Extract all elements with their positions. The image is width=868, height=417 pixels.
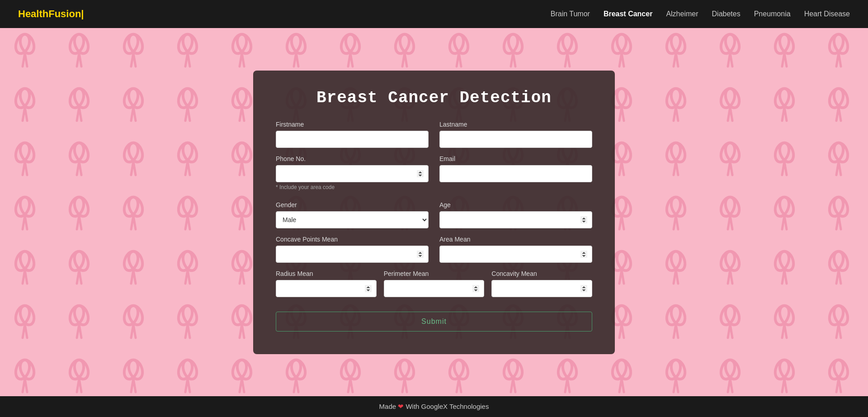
gender-group: Gender Male Female bbox=[276, 201, 429, 228]
footer-heart: ❤ bbox=[398, 403, 404, 410]
footer: Made ❤ With GoogleX Technologies bbox=[0, 396, 868, 417]
row-concave-area: Concave Points Mean Area Mean bbox=[276, 236, 592, 263]
perimeter-mean-label: Perimeter Mean bbox=[384, 270, 485, 277]
footer-text-before: Made bbox=[379, 403, 396, 410]
navbar: HealthFusion| Brain Tumor Breast Cancer … bbox=[0, 0, 868, 28]
nav-link-heart-disease[interactable]: Heart Disease bbox=[804, 10, 850, 18]
row-radius-perimeter-concavity: Radius Mean Perimeter Mean Concavity Mea… bbox=[276, 270, 592, 297]
concavity-mean-group: Concavity Mean bbox=[491, 270, 592, 297]
nav-item-diabetes[interactable]: Diabetes bbox=[712, 10, 741, 18]
lastname-group: Lastname bbox=[439, 121, 592, 148]
concave-points-label: Concave Points Mean bbox=[276, 236, 429, 243]
nav-item-pneumonia[interactable]: Pneumonia bbox=[754, 10, 791, 18]
concave-points-input[interactable] bbox=[276, 246, 429, 263]
age-label: Age bbox=[439, 201, 592, 208]
lastname-input[interactable] bbox=[439, 131, 592, 148]
firstname-label: Firstname bbox=[276, 121, 429, 128]
main-content: Breast Cancer Detection Firstname Lastna… bbox=[0, 28, 868, 396]
nav-link-pneumonia[interactable]: Pneumonia bbox=[754, 10, 791, 18]
footer-text-after: With GoogleX Technologies bbox=[406, 403, 489, 410]
brand-text: HealthFusion bbox=[18, 8, 81, 19]
row-name: Firstname Lastname bbox=[276, 121, 592, 148]
area-mean-input[interactable] bbox=[439, 246, 592, 263]
phone-group: Phone No. * Include your area code bbox=[276, 155, 429, 194]
row-contact: Phone No. * Include your area code Email bbox=[276, 155, 592, 194]
perimeter-mean-input[interactable] bbox=[384, 280, 485, 297]
gender-label: Gender bbox=[276, 201, 429, 208]
concavity-mean-input[interactable] bbox=[491, 280, 592, 297]
radius-mean-label: Radius Mean bbox=[276, 270, 377, 277]
area-mean-group: Area Mean bbox=[439, 236, 592, 263]
email-input[interactable] bbox=[439, 165, 592, 182]
age-group: Age bbox=[439, 201, 592, 228]
perimeter-mean-group: Perimeter Mean bbox=[384, 270, 485, 297]
phone-label: Phone No. bbox=[276, 155, 429, 162]
nav-item-heart-disease[interactable]: Heart Disease bbox=[804, 10, 850, 18]
nav-menu: Brain Tumor Breast Cancer Alzheimer Diab… bbox=[551, 10, 850, 18]
firstname-group: Firstname bbox=[276, 121, 429, 148]
radius-mean-group: Radius Mean bbox=[276, 270, 377, 297]
email-label: Email bbox=[439, 155, 592, 162]
lastname-label: Lastname bbox=[439, 121, 592, 128]
form-card: Breast Cancer Detection Firstname Lastna… bbox=[253, 71, 615, 354]
nav-link-brain-tumor[interactable]: Brain Tumor bbox=[551, 10, 590, 18]
radius-mean-input[interactable] bbox=[276, 280, 377, 297]
concavity-mean-label: Concavity Mean bbox=[491, 270, 592, 277]
phone-input[interactable] bbox=[276, 165, 429, 182]
age-input[interactable] bbox=[439, 211, 592, 228]
area-code-note: * Include your area code bbox=[276, 184, 429, 190]
nav-item-alzheimer[interactable]: Alzheimer bbox=[666, 10, 698, 18]
nav-link-breast-cancer[interactable]: Breast Cancer bbox=[604, 10, 653, 18]
email-group: Email bbox=[439, 155, 592, 194]
breast-cancer-form: Firstname Lastname Phone No. * Include y… bbox=[276, 121, 592, 332]
nav-link-diabetes[interactable]: Diabetes bbox=[712, 10, 741, 18]
row-demographics: Gender Male Female Age bbox=[276, 201, 592, 228]
firstname-input[interactable] bbox=[276, 131, 429, 148]
nav-item-brain-tumor[interactable]: Brain Tumor bbox=[551, 10, 590, 18]
brand-logo[interactable]: HealthFusion| bbox=[18, 8, 84, 20]
gender-select[interactable]: Male Female bbox=[276, 211, 429, 228]
submit-button[interactable]: Submit bbox=[276, 312, 592, 332]
area-mean-label: Area Mean bbox=[439, 236, 592, 243]
form-title: Breast Cancer Detection bbox=[276, 89, 592, 107]
nav-item-breast-cancer[interactable]: Breast Cancer bbox=[604, 10, 653, 18]
concave-points-group: Concave Points Mean bbox=[276, 236, 429, 263]
nav-link-alzheimer[interactable]: Alzheimer bbox=[666, 10, 698, 18]
brand-cursor: | bbox=[81, 8, 84, 19]
